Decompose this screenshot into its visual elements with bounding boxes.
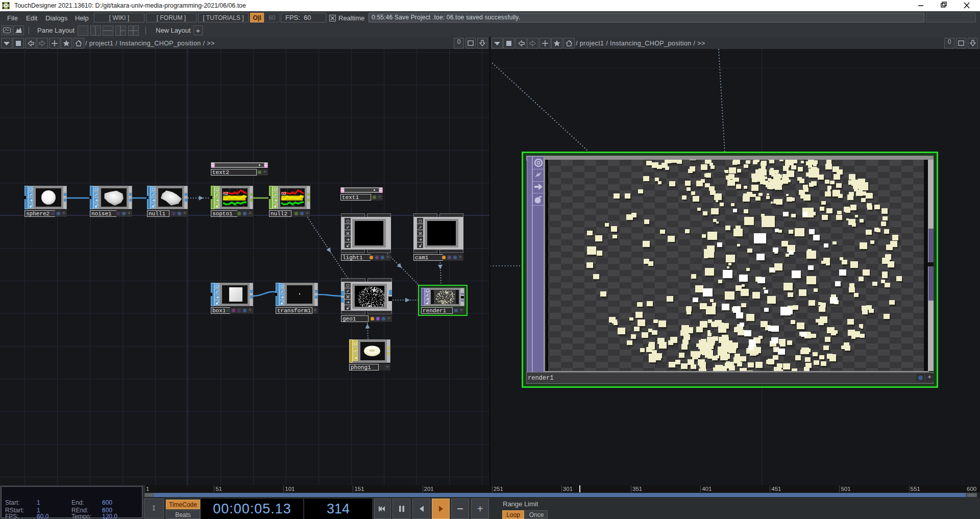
svg-text:o2: o2 [223,191,228,196]
svg-text:tz: tz [234,202,237,206]
svg-text:tx: tx [291,190,295,194]
svg-text:o2: o2 [281,191,286,196]
svg-text:tz: tz [291,202,295,206]
svg-text:tx: tx [234,190,237,194]
